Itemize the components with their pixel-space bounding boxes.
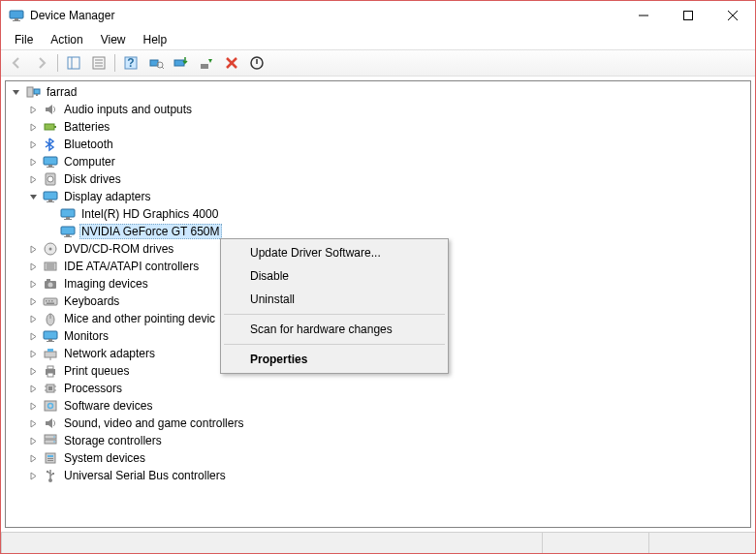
svg-rect-52	[46, 300, 47, 302]
tree-device[interactable]: Intel(R) HD Graphics 4000	[6, 205, 750, 223]
svg-rect-2	[13, 20, 20, 21]
expand-icon[interactable]	[25, 346, 41, 361]
svg-point-32	[47, 176, 53, 182]
context-menu-item[interactable]: Update Driver Software...	[223, 241, 446, 264]
svg-rect-61	[45, 352, 56, 357]
tree-category[interactable]: Sound, video and game controllers	[6, 415, 750, 432]
minimize-button[interactable]	[621, 1, 666, 30]
tree-category[interactable]: Display adapters	[6, 188, 750, 205]
svg-rect-25	[36, 94, 38, 96]
back-button[interactable]	[5, 52, 28, 74]
show-hide-tree-button[interactable]	[62, 52, 85, 74]
expand-icon[interactable]	[25, 398, 41, 414]
properties-button[interactable]	[87, 52, 110, 74]
monitor-icon	[60, 206, 76, 222]
context-menu-item[interactable]: Properties	[223, 348, 446, 371]
monitor-icon	[43, 189, 58, 204]
expand-icon[interactable]	[25, 102, 41, 117]
svg-rect-38	[64, 219, 72, 220]
content-area: farradAudio inputs and outputsBatteriesB…	[1, 77, 755, 532]
expand-icon[interactable]	[25, 363, 41, 379]
expand-icon[interactable]	[25, 416, 41, 431]
expand-icon[interactable]	[25, 241, 41, 257]
tree-category[interactable]: Universal Serial Bus controllers	[6, 467, 750, 484]
category-label: Software devices	[62, 398, 154, 414]
svg-rect-80	[47, 455, 53, 457]
category-label: Display adapters	[62, 189, 152, 204]
context-menu-item[interactable]: Disable	[223, 264, 446, 288]
expand-icon[interactable]	[25, 293, 41, 309]
uninstall-button[interactable]	[195, 52, 218, 74]
svg-rect-0	[10, 11, 23, 18]
expand-icon[interactable]	[25, 259, 41, 274]
tree-category[interactable]: System devices	[6, 449, 750, 467]
toolbar: ?	[1, 49, 755, 77]
mouse-icon	[43, 311, 58, 326]
tree-category[interactable]: Disk drives	[6, 170, 750, 188]
close-button[interactable]	[710, 1, 755, 30]
enable-button[interactable]	[245, 52, 268, 74]
expand-icon[interactable]	[25, 154, 41, 169]
expand-icon[interactable]	[25, 433, 41, 448]
svg-point-77	[53, 436, 55, 438]
titlebar: Device Manager	[1, 1, 755, 30]
expand-icon[interactable]	[25, 171, 41, 187]
category-label: Keyboards	[62, 293, 121, 309]
category-label: Processors	[62, 381, 124, 396]
svg-rect-18	[174, 60, 184, 66]
scan-hardware-button[interactable]	[144, 52, 168, 74]
collapse-icon[interactable]	[25, 189, 41, 204]
svg-rect-55	[47, 303, 54, 305]
svg-rect-24	[34, 89, 40, 94]
tree-root[interactable]: farrad	[6, 83, 750, 101]
context-menu-item[interactable]: Scan for hardware changes	[223, 318, 446, 341]
context-menu-separator	[224, 344, 445, 345]
expand-icon[interactable]	[25, 311, 41, 326]
expand-icon[interactable]	[25, 468, 41, 483]
svg-line-17	[162, 67, 164, 69]
monitor-icon	[43, 154, 58, 169]
expand-icon[interactable]	[25, 381, 41, 396]
tree-category[interactable]: Storage controllers	[6, 432, 750, 449]
tree-category[interactable]: Computer	[6, 153, 750, 170]
category-label: Print queues	[62, 363, 131, 379]
menu-action[interactable]: Action	[43, 32, 90, 47]
forward-button[interactable]	[30, 52, 53, 74]
category-label: Monitors	[62, 328, 110, 344]
menu-help[interactable]: Help	[136, 32, 175, 47]
disable-button[interactable]	[220, 52, 243, 74]
help-button[interactable]: ?	[119, 52, 142, 74]
toolbar-separator	[57, 54, 58, 72]
expand-icon[interactable]	[25, 450, 41, 466]
context-menu-item[interactable]: Uninstall	[223, 288, 446, 311]
svg-rect-7	[68, 57, 79, 69]
maximize-button[interactable]	[666, 1, 710, 30]
tree-category[interactable]: Processors	[6, 380, 750, 397]
svg-rect-36	[61, 209, 75, 217]
expand-icon[interactable]	[25, 119, 41, 135]
svg-rect-37	[66, 217, 70, 219]
tree-category[interactable]: Software devices	[6, 397, 750, 415]
tree-category[interactable]: Audio inputs and outputs	[6, 101, 750, 118]
svg-rect-26	[45, 124, 54, 130]
expand-icon[interactable]	[25, 276, 41, 292]
update-driver-button[interactable]	[170, 52, 193, 74]
tree-category[interactable]: Batteries	[6, 118, 750, 136]
collapse-icon[interactable]	[8, 84, 23, 100]
svg-rect-19	[201, 64, 208, 69]
category-label: Disk drives	[62, 171, 123, 187]
svg-rect-30	[47, 167, 54, 168]
menu-file[interactable]: File	[7, 32, 41, 47]
system-icon	[43, 450, 58, 466]
svg-rect-58	[44, 331, 57, 339]
menu-view[interactable]: View	[93, 32, 134, 47]
category-label: Universal Serial Bus controllers	[62, 468, 228, 483]
speaker-icon	[43, 102, 58, 117]
svg-rect-68	[48, 386, 52, 390]
ide-icon	[43, 259, 58, 274]
expand-icon[interactable]	[25, 328, 41, 344]
expand-icon[interactable]	[25, 137, 41, 152]
software-icon	[43, 398, 58, 414]
svg-rect-23	[27, 87, 33, 97]
tree-category[interactable]: Bluetooth	[6, 136, 750, 153]
